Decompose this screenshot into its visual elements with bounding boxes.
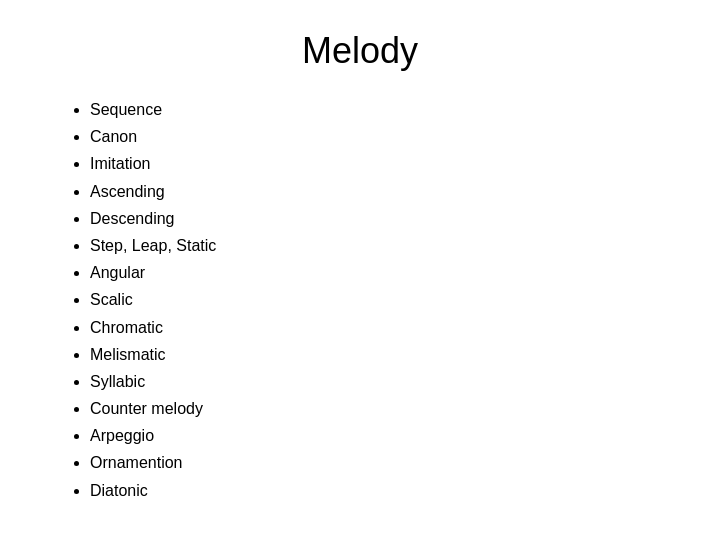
list-item: Diatonic	[90, 477, 216, 504]
list-item: Descending	[90, 205, 216, 232]
list-item: Angular	[90, 259, 216, 286]
list-item: Step, Leap, Static	[90, 232, 216, 259]
content-area: SequenceCanonImitationAscendingDescendin…	[40, 96, 680, 504]
list-item: Canon	[90, 123, 216, 150]
page: Melody SequenceCanonImitationAscendingDe…	[0, 0, 720, 540]
melody-list: SequenceCanonImitationAscendingDescendin…	[40, 96, 216, 504]
list-item: Ascending	[90, 178, 216, 205]
list-item: Syllabic	[90, 368, 216, 395]
list-item: Melismatic	[90, 341, 216, 368]
page-title: Melody	[40, 30, 680, 72]
list-item: Imitation	[90, 150, 216, 177]
list-item: Chromatic	[90, 314, 216, 341]
list-item: Scalic	[90, 286, 216, 313]
list-item: Ornamention	[90, 449, 216, 476]
list-item: Arpeggio	[90, 422, 216, 449]
list-item: Sequence	[90, 96, 216, 123]
list-item: Counter melody	[90, 395, 216, 422]
